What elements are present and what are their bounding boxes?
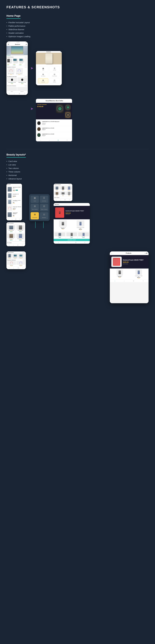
fp-name-3: Laptop Screen: [19, 63, 24, 64]
search-nav-icon[interactable]: ⌕: [14, 93, 15, 94]
home-page-title: Home Page: [6, 14, 20, 19]
lrp-prod-price-1: $389.00: [58, 228, 67, 229]
lrp-search-nav-icon[interactable]: ⌕: [67, 242, 67, 243]
fls-hp-icon-1: [10, 262, 13, 264]
lp-header-grid[interactable]: ⊞: [146, 252, 147, 254]
acc-show-all[interactable]: Show All: [25, 86, 27, 86]
clp-list-label: List View: [42, 200, 46, 202]
hp-show-all[interactable]: Show All: [25, 67, 27, 68]
status-bar: Carrier ▾ 6:10 PM ■■■: [6, 42, 28, 43]
layout-option-card[interactable]: ▦ Card: [38, 66, 48, 71]
thc-product-5: [62, 192, 64, 194]
bli-stars-1: ★★★★: [13, 191, 21, 192]
lp-back-btn[interactable]: ←: [111, 252, 112, 254]
feat-phone-left: Feature Products Show All Tablet Red... …: [6, 252, 26, 269]
bli-cart-icon[interactable]: ⊡: [15, 218, 16, 220]
thc-img-5: [60, 192, 66, 195]
two-col-icon: ⊞: [39, 73, 47, 75]
home-page-features: Flexible horizaital Layout Flatlist perf…: [6, 21, 149, 38]
layout-option-advance[interactable]: ⊡ Advance: [49, 78, 60, 83]
layout-option-two-col[interactable]: ⊞ Two Column: [38, 72, 48, 77]
clp-item-horizontal[interactable]: ⊠ Horizontal: [31, 212, 39, 220]
thc-profile-icon[interactable]: ☉: [69, 199, 70, 200]
clp-item-three-col[interactable]: ⊟ Three Column: [40, 204, 48, 211]
bli-3: SmartWatch 2.0 LTE WiFi waterproof $45 ★…: [6, 199, 22, 205]
lrp-home-icon[interactable]: ⌂: [58, 242, 59, 243]
cart-nav-icon[interactable]: ⊡: [19, 93, 20, 94]
layout-option-horizontal[interactable]: ⊠ Horizontal: [38, 78, 48, 83]
thc-show-all[interactable]: Show All: [69, 184, 72, 185]
sw-home-icon[interactable]: ⌂: [40, 140, 41, 141]
accessories-section: Accessories Collections Show All USB Hub…: [6, 85, 28, 92]
fls-cart[interactable]: ⊡: [18, 267, 19, 269]
fp-show-all[interactable]: Show All: [25, 57, 27, 58]
sw-products-list: SMARTWATCH 2.0 LTE WiFi Waterproof Water…: [36, 119, 72, 139]
menu-icon[interactable]: [7, 44, 9, 45]
sw-featured-product: THE NEW STANDARD $749.99: [36, 103, 72, 119]
bli-home-icon[interactable]: ⌂: [8, 218, 9, 220]
battery: ■■■: [25, 42, 27, 42]
profile-nav-icon[interactable]: ☉: [24, 93, 25, 94]
sw-list-item-1: SMARTWATCH 2.0 LTE WiFi Waterproof Water…: [37, 120, 71, 126]
card-label: Card: [42, 70, 44, 70]
lrp-cart-nav-icon[interactable]: ⊡: [75, 242, 76, 243]
tc-price-2: $220.00: [16, 231, 24, 232]
lp-home-nav[interactable]: ⌂: [115, 280, 115, 282]
sw-header: SmartWatches Best Seller Show All: [7, 76, 27, 77]
sw-show-all[interactable]: Show All: [25, 76, 27, 77]
fls-search[interactable]: ⌕: [13, 267, 14, 269]
sw-item-name-1: SMARTWATCH 2.0 LTE WiFi Waterproof: [42, 121, 71, 122]
lp-cart-nav[interactable]: ⊡: [133, 280, 134, 282]
fls-stars-1: ★★★★: [7, 258, 12, 259]
sw-screen-search[interactable]: ⌕: [69, 100, 71, 102]
tc-cart-icon[interactable]: ⊡: [17, 244, 18, 246]
sw-screen-back[interactable]: ←: [37, 100, 39, 102]
advance-layout-btn[interactable]: ADVANCE LAYOUT: [54, 239, 90, 241]
thc-product-3: [68, 186, 70, 190]
sw-item-store-3: AppStore: [42, 136, 71, 136]
clp-item-two-col[interactable]: ⊞ Two Column: [31, 204, 39, 211]
lp-profile-nav[interactable]: ☉: [143, 280, 144, 282]
hp-stars-1: ★★★★: [7, 74, 15, 75]
thc-cart-icon[interactable]: ⊡: [64, 199, 65, 200]
sw-search-icon[interactable]: ⌕: [49, 140, 50, 141]
clp-item-list[interactable]: ☰ List View: [40, 196, 48, 203]
lp-prod-name-2: Smartphone GS 5000 LTE: [135, 276, 143, 277]
lrp-featured-info: Notebook Purple G4E200-T700KT $229.00 AP…: [65, 210, 88, 215]
layout-option-three-col[interactable]: ⊟ Three Column: [49, 72, 60, 77]
lrp-cart-icon[interactable]: ⊡: [88, 204, 89, 205]
tc-profile-icon[interactable]: ☉: [22, 244, 23, 246]
tc-search-icon[interactable]: ⌕: [13, 244, 14, 246]
lp-header-search[interactable]: ⌕: [145, 252, 146, 254]
sw-cart-icon[interactable]: ⊡: [58, 140, 59, 141]
fls-profile[interactable]: ☉: [22, 267, 23, 269]
lrp-search-icon[interactable]: ⌕: [86, 204, 87, 205]
lp-search-nav[interactable]: ⌕: [124, 280, 125, 282]
lrp-profile-nav-icon[interactable]: ☉: [84, 242, 85, 243]
laptop-image: [10, 46, 24, 55]
notebook-product-shape: [113, 258, 120, 266]
sw-watch-img-3: [37, 133, 40, 137]
thc-card-1: Notebook ★★★★: [54, 186, 60, 191]
lp-prod-img-1: [117, 269, 123, 275]
two-col-label: Two column: [6, 242, 25, 244]
sw-profile-icon[interactable]: ☉: [67, 140, 68, 141]
tc-home-icon[interactable]: ⌂: [9, 244, 9, 246]
home-nav-icon[interactable]: ⌂: [9, 93, 10, 94]
thc-search-icon[interactable]: ⌕: [60, 199, 61, 200]
bli-profile-icon[interactable]: ☉: [19, 218, 20, 220]
clp-item-card[interactable]: ▦ Card: [31, 196, 39, 203]
fls-show-all[interactable]: Show All: [23, 252, 25, 253]
lp-title: BeeStore: [46, 51, 51, 52]
bli-name-1: Smartphone S5 3200 LTE: [13, 187, 21, 188]
tc-show-all[interactable]: Show All: [21, 223, 24, 224]
thc-home-icon[interactable]: ⌂: [56, 199, 57, 200]
layout-option-list[interactable]: ☰ List View: [49, 66, 60, 71]
clp-item-advance[interactable]: ⊡ Advance: [40, 212, 48, 220]
lrp-featured: 📱 Notebook Purple G4E200-T700KT $229.00 …: [54, 206, 90, 219]
fls-hp-show[interactable]: Show All: [23, 260, 25, 260]
time: 6:10 PM: [16, 42, 19, 42]
fls-home[interactable]: ⌂: [9, 267, 9, 269]
bli-search-icon[interactable]: ⌕: [12, 218, 12, 220]
lp-prod-stars-2: ★★★★: [135, 278, 143, 279]
